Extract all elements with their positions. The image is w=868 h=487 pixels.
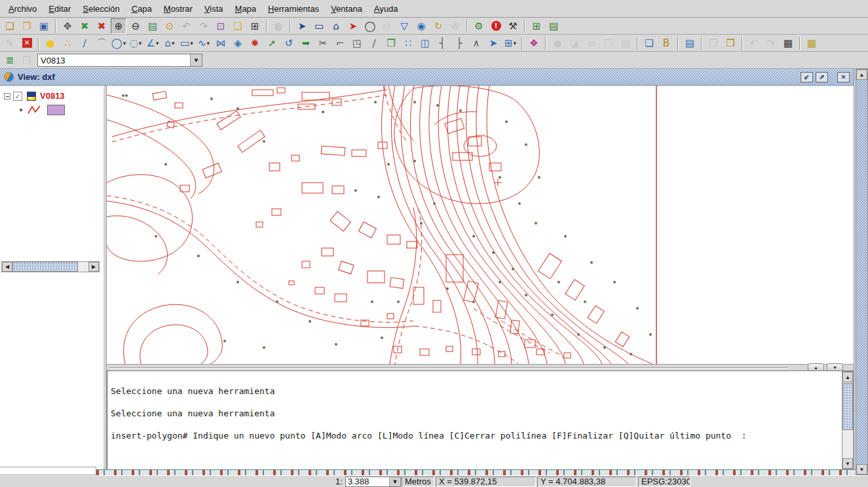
menu-mostrar[interactable]: Mostrar	[158, 1, 198, 16]
console-output[interactable]: Seleccione una nueva herramienta Selecci…	[107, 371, 841, 469]
visible-layers-icon[interactable]: ≣	[2, 52, 18, 68]
mirror-icon[interactable]: ◫	[417, 35, 433, 51]
stretch-icon[interactable]: ◳	[349, 35, 365, 51]
scroll-right-icon[interactable]: ▶	[88, 262, 99, 272]
internal-polygon-icon[interactable]: ◈	[230, 35, 246, 51]
scroll-left-icon[interactable]: ◀	[2, 262, 12, 272]
search-document-icon[interactable]: ❏	[641, 35, 657, 51]
extend-icon[interactable]: ├	[451, 35, 467, 51]
scripting-gear-icon[interactable]: ⚙	[471, 18, 487, 34]
select-point-icon[interactable]: ➤	[294, 18, 310, 34]
explode-icon[interactable]: ✸	[247, 35, 263, 51]
scrollbar-thumb[interactable]	[842, 383, 853, 430]
map-canvas[interactable]	[107, 86, 854, 364]
scroll-down-icon[interactable]: ▼	[856, 464, 867, 475]
show-table-icon[interactable]: ▤	[682, 35, 698, 51]
workspace-vertical-scrollbar[interactable]: ▲ ▼	[856, 69, 868, 475]
zoom-full-extent-icon[interactable]: ✖	[94, 18, 109, 34]
insert-ellipse-icon[interactable]: ◌▾	[128, 35, 143, 51]
error-log-icon[interactable]: !	[488, 18, 504, 34]
zoom-out-icon[interactable]: ⊖	[128, 18, 143, 34]
filter-icon[interactable]: ▽	[396, 18, 412, 34]
layer-name-label[interactable]: V0813	[40, 91, 65, 101]
active-layer-value[interactable]: V0813	[38, 54, 190, 66]
duplicate-icon[interactable]: ❐	[383, 35, 399, 51]
layer-tree-root-row[interactable]: ✓ V0813	[4, 91, 103, 101]
zoom-selection-icon[interactable]: ⊙	[162, 18, 178, 34]
menu-vista[interactable]: Vista	[198, 1, 229, 16]
scrollbar-thumb[interactable]	[12, 262, 78, 272]
close-button[interactable]: ✕	[837, 72, 850, 82]
select-circle-icon[interactable]: ◯	[362, 18, 378, 34]
insert-polygon-icon[interactable]: ⌂▾	[162, 35, 178, 51]
toc-horizontal-scrollbar[interactable]: ◀ ▶	[1, 261, 100, 272]
new-document-icon[interactable]: ❏	[2, 18, 18, 34]
insert-polyline-icon[interactable]: ∠▾	[145, 35, 160, 51]
close-editing-icon[interactable]: ✕	[19, 35, 35, 51]
insert-spline-icon[interactable]: ∿▾	[196, 35, 212, 51]
menu-archivo[interactable]: Archivo	[3, 1, 43, 16]
view-locator-globe-icon[interactable]: ◉	[413, 18, 429, 34]
active-layer-combobox[interactable]: V0813 ▼	[37, 54, 202, 67]
table-grid-icon[interactable]: ▦	[780, 35, 796, 51]
open-project-icon[interactable]: ❒	[19, 18, 35, 34]
scale-dropdown-button[interactable]: ▼	[389, 477, 400, 486]
search-attributes-icon[interactable]: B	[658, 35, 674, 51]
rotate-icon[interactable]: ↺	[281, 35, 297, 51]
insert-arc-icon[interactable]: ⌒	[94, 35, 109, 51]
frames-icon[interactable]: ❏	[230, 18, 246, 34]
scroll-down-icon[interactable]: ▼	[842, 458, 853, 469]
scale-combobox[interactable]: 3.388 ▼	[345, 477, 401, 487]
zoom-in-icon[interactable]: ⊕	[111, 18, 126, 34]
center-view-icon[interactable]: ⊞	[247, 18, 263, 34]
symmetry-icon[interactable]: ⋈	[213, 35, 229, 51]
restore-button[interactable]: ⇗	[816, 72, 828, 82]
select-polygon-icon[interactable]: ⌂	[328, 18, 344, 34]
menu-mapa[interactable]: Mapa	[229, 1, 263, 16]
preferences-icon[interactable]: ⚒	[505, 18, 521, 34]
menu-capa[interactable]: Capa	[126, 1, 158, 16]
export-table-icon[interactable]: ▤	[546, 18, 561, 34]
layer-visibility-checkbox[interactable]: ✓	[13, 92, 22, 101]
save-project-icon[interactable]: ▣	[36, 18, 52, 34]
zoom-area-icon[interactable]: ⊡	[213, 18, 229, 34]
copy-feature-icon[interactable]: ➚	[264, 35, 280, 51]
insert-polyline-dropdown-arrow[interactable]: ▾	[156, 40, 159, 46]
vertex-cloud-icon[interactable]: ∷	[400, 35, 416, 51]
matrix-icon[interactable]: ⊞▾	[502, 35, 518, 51]
menu-herramientas[interactable]: Herramientas	[262, 1, 325, 16]
add-event-layer-icon[interactable]: ⊞	[529, 18, 544, 34]
table-row-icon[interactable]: ▦	[804, 35, 820, 51]
paste-icon[interactable]: ❒	[723, 35, 738, 51]
move-icon[interactable]: ➥	[298, 35, 314, 51]
deselect-icon[interactable]: ➤	[345, 18, 361, 34]
minimize-button[interactable]: ⇙	[801, 72, 813, 82]
matrix-dropdown-arrow[interactable]: ▾	[514, 40, 517, 46]
insert-spline-dropdown-arrow[interactable]: ▾	[207, 40, 210, 46]
view-window-titlebar[interactable]: View: dxf ⇙ ⇗ ✕	[0, 69, 854, 86]
split-icon[interactable]: ✂	[315, 35, 331, 51]
menu-ayuda[interactable]: Ayuda	[368, 1, 404, 16]
edit-line-icon[interactable]: ∕	[366, 35, 382, 51]
insert-point-icon[interactable]: ●	[43, 35, 58, 51]
scroll-up-icon[interactable]: ▲	[856, 69, 867, 80]
select-rectangle-icon[interactable]: ▭	[311, 18, 327, 34]
insert-rectangle-dropdown-arrow[interactable]: ▾	[190, 40, 193, 46]
offset-icon[interactable]: ⌐	[332, 35, 348, 51]
insert-line-icon[interactable]: ∕	[77, 35, 92, 51]
insert-circle-dropdown-arrow[interactable]: ▾	[123, 40, 126, 46]
refresh-selection-icon[interactable]: ↻	[430, 18, 446, 34]
console-scrollbar[interactable]: ▲ ▼	[842, 371, 854, 469]
edit-vertex-icon[interactable]: ➤	[485, 35, 501, 51]
scroll-up-icon[interactable]: ▲	[842, 372, 853, 382]
insert-ellipse-dropdown-arrow[interactable]: ▾	[139, 40, 142, 46]
join-icon[interactable]: ∧	[468, 35, 484, 51]
scale-value[interactable]: 3.388	[346, 477, 389, 486]
zoom-all-icon[interactable]: ✖	[77, 18, 92, 34]
insert-rectangle-icon[interactable]: ▭▾	[179, 35, 195, 51]
menu-editar[interactable]: Editar	[43, 1, 77, 16]
console-splitter[interactable]: ▲ ▼	[107, 364, 854, 370]
insert-polygon-dropdown-arrow[interactable]: ▾	[172, 40, 175, 46]
trim-icon[interactable]: ┤	[434, 35, 450, 51]
geoprocessing-icon[interactable]: ❖	[526, 35, 542, 51]
